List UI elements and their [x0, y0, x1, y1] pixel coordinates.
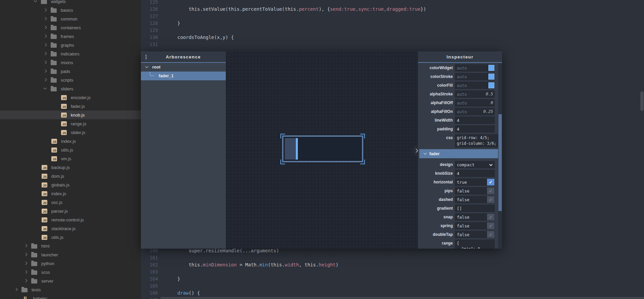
fader-widget[interactable] — [282, 135, 363, 162]
tree-folder-common[interactable]: common — [0, 14, 141, 23]
tree-item-label: graphs — [61, 43, 74, 48]
tree-file-.babelrc[interactable]: B.babelrc — [0, 294, 141, 299]
widget-editor-overlay: Arborescence root fader_1 — [141, 51, 502, 249]
checkbox-icon[interactable]: ✓ — [487, 214, 494, 220]
inspector-input-lineWidth[interactable] — [455, 117, 495, 124]
tree-folder-server[interactable]: server — [0, 276, 141, 285]
tree-item-label: html — [41, 244, 50, 249]
tree-file-range.js[interactable]: JSrange.js — [0, 119, 141, 128]
tree-file-index.js[interactable]: JSindex.js — [0, 189, 141, 198]
inspector-input-alphaStroke[interactable] — [455, 90, 495, 98]
tree-item-label: .babelrc — [32, 296, 47, 299]
color-swatch[interactable] — [488, 82, 494, 88]
tree-folder-basics[interactable]: basics — [0, 6, 141, 14]
tree-file-parser.js[interactable]: JSparser.js — [0, 207, 141, 215]
tree-folder-indicators[interactable]: indicators — [0, 49, 141, 58]
code-text: draw() { — [166, 290, 200, 297]
tree-folder-containers[interactable]: containers — [0, 23, 141, 32]
folder-icon — [31, 262, 37, 266]
color-swatch[interactable] — [488, 65, 494, 71]
horizontal-scrollbar-thumb[interactable] — [160, 297, 644, 299]
tree-folder-scss[interactable]: scss — [0, 268, 141, 276]
inspector-row-horizontal: horizontal✓ — [419, 178, 502, 186]
tree-file-backup.js[interactable]: JSbackup.js — [0, 163, 141, 172]
tree-file-knob.js[interactable]: JSknob.js — [0, 111, 141, 119]
vertical-scrollbar-thumb[interactable] — [640, 91, 644, 111]
kebab-menu-icon[interactable] — [146, 56, 147, 57]
js-file-icon: JS — [42, 191, 47, 196]
inspector-field-padding — [455, 125, 495, 133]
js-file-icon: JS — [61, 113, 67, 118]
inspector-input-knobSize[interactable] — [455, 170, 495, 177]
inspector-input-alphaFillOn[interactable] — [455, 108, 495, 115]
tree-item-label: basics — [61, 8, 73, 13]
inspector-body: colorWidgetcolorStrokecolorFillalphaStro… — [418, 63, 502, 249]
tree-folder-sliders[interactable]: sliders — [0, 84, 141, 93]
inspector-input-range[interactable]: { "min": 0 — [455, 240, 495, 249]
inspector-row-padding: padding — [419, 125, 502, 133]
tree-file-encoder.js[interactable]: JSencoder.js — [0, 93, 141, 102]
checkbox-checked-icon[interactable]: ✓ — [487, 179, 494, 185]
tree-folder-tests[interactable]: tests — [0, 285, 141, 294]
inspector-field-pips: ✓ — [455, 187, 495, 195]
tree-file-fader.js[interactable]: JSfader.js — [0, 102, 141, 111]
tree-folder-graphs[interactable]: graphs — [0, 41, 141, 49]
tree-file-dom.js[interactable]: JSdom.js — [0, 172, 141, 180]
tree-file-vm.js[interactable]: JSvm.js — [0, 154, 141, 163]
inspector-input-alphaFillOff[interactable] — [455, 99, 495, 106]
tree-node-fader-1[interactable]: fader_1 — [141, 72, 226, 80]
tree-folder-frames[interactable]: frames — [0, 32, 141, 41]
checkbox-icon[interactable]: ✓ — [487, 196, 494, 203]
inspector-field-horizontal: ✓ — [455, 178, 495, 186]
inspector-scrollbar-track[interactable] — [498, 63, 502, 249]
tree-folder-pads[interactable]: pads — [0, 67, 141, 76]
inspector-input-css[interactable]: grid-row: 4/5; grid-column: 3/6; — [455, 134, 498, 147]
tree-folder-python[interactable]: python — [0, 259, 141, 268]
tree-file-index.js[interactable]: JSindex.js — [0, 137, 141, 145]
code-line: 126 this.setValue(this.percentToValue(th… — [141, 6, 644, 13]
inspector-row-alphaStroke: alphaStroke0.5 — [419, 90, 502, 98]
tree-folder-widgets[interactable]: widgets — [0, 0, 141, 6]
inspector-label: alphaFillOn — [419, 108, 453, 115]
tree-file-osc.js[interactable]: JSosc.js — [0, 198, 141, 207]
line-number: 163 — [141, 268, 158, 275]
code-line: 165 — [141, 283, 644, 290]
inspector-field-css: grid-row: 4/5; grid-column: 3/6; — [455, 134, 498, 147]
tree-file-utils.js[interactable]: JSutils.js — [0, 233, 141, 242]
checkbox-icon[interactable]: ✓ — [487, 187, 494, 194]
inspector-row-css: cssgrid-row: 4/5; grid-column: 3/6; — [419, 134, 502, 147]
inspector-label: colorWidget — [419, 64, 453, 72]
color-swatch[interactable] — [488, 74, 494, 80]
inspector-label: snap — [419, 213, 453, 221]
tree-folder-scripts[interactable]: scripts — [0, 76, 141, 84]
inspector-row-range: range{ "min": 0 — [419, 240, 502, 249]
tree-item-label: remote-control.js — [51, 217, 84, 222]
tree-file-remote-control.js[interactable]: JSremote-control.js — [0, 215, 141, 224]
inspector-field-design — [455, 161, 495, 168]
tree-item-label: encoder.js — [71, 95, 91, 100]
tree-folder-html[interactable]: html — [0, 242, 141, 250]
checkbox-icon[interactable]: ✓ — [487, 231, 494, 238]
checkbox-icon[interactable]: ✓ — [487, 222, 494, 229]
inspector-field-alphaFillOff: 0 — [455, 99, 495, 106]
tree-file-slider.js[interactable]: JSslider.js — [0, 128, 141, 137]
tree-folder-mixins[interactable]: mixins — [0, 58, 141, 67]
js-file-icon: JS — [51, 147, 57, 153]
inspector-section-fader[interactable]: fader — [419, 149, 498, 158]
inspector-panel: Inspecteur colorWidgetcolorStrokecolorFi… — [418, 51, 502, 249]
inspector-scrollbar-thumb[interactable] — [498, 114, 502, 211]
inspector-input-gradient[interactable] — [455, 205, 495, 212]
inspector-input-padding[interactable] — [455, 125, 495, 133]
inspector-input-design[interactable] — [455, 161, 495, 168]
chevron-right-icon — [43, 25, 47, 30]
js-file-icon: JS — [42, 165, 47, 170]
editor-canvas[interactable] — [226, 51, 418, 249]
tree-folder-launcher[interactable]: launcher — [0, 250, 141, 259]
inspector-field-dashed: ✓ — [455, 196, 495, 203]
folder-icon — [51, 78, 57, 83]
tree-file-utils.js[interactable]: JSutils.js — [0, 145, 141, 154]
tree-file-stacktrace.js[interactable]: JSstacktrace.js — [0, 224, 141, 233]
tree-file-globals.js[interactable]: JSglobals.js — [0, 180, 141, 189]
fader-knob[interactable] — [296, 138, 298, 160]
tree-node-root[interactable]: root — [141, 63, 226, 72]
